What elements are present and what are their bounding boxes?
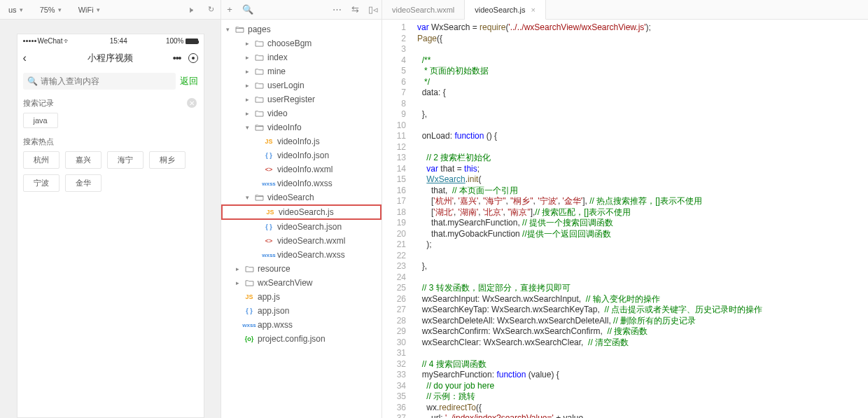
js-icon: JS xyxy=(244,293,255,300)
simulator-toolbar: us ▾ 75% ▾ WiFi ▾ 🕨 ↻ xyxy=(0,0,220,20)
editor-tab[interactable]: videoSearch.wxml xyxy=(382,0,465,20)
tree-item[interactable]: { }videoSearch.json xyxy=(221,220,382,234)
zoom-dropdown[interactable]: 75% ▾ xyxy=(34,4,67,15)
folder-open-icon xyxy=(253,194,265,201)
tree-item[interactable]: ▸resource xyxy=(221,262,382,276)
folder-icon xyxy=(253,82,265,89)
tree-item[interactable]: ▸mine xyxy=(221,64,382,78)
tree-search-icon[interactable]: 🔍 xyxy=(242,4,253,15)
hot-tag[interactable]: 桐乡 xyxy=(149,151,186,169)
editor-tabs: videoSearch.wxmlvideoSearch.js× xyxy=(382,0,868,20)
close-icon[interactable]: × xyxy=(531,6,535,14)
tree-item[interactable]: ▸video xyxy=(221,106,382,120)
tree-item[interactable]: wxssapp.wxss xyxy=(221,318,382,332)
hot-tag[interactable]: 海宁 xyxy=(107,151,144,169)
folder-icon xyxy=(244,279,255,286)
settings-icon[interactable]: ⇆ xyxy=(349,4,360,15)
hot-tag[interactable]: 杭州 xyxy=(23,151,59,169)
return-button[interactable]: 返回 xyxy=(180,75,198,88)
json-icon: { } xyxy=(244,307,255,314)
tree-toolbar: + 🔍 ⋯ ⇆ ▯◃ xyxy=(221,0,382,20)
tree-item[interactable]: ▾videoInfo xyxy=(221,120,382,134)
rotate-icon[interactable]: ↻ xyxy=(204,5,218,14)
mute-icon[interactable]: 🕨 xyxy=(184,6,198,14)
editor-panel: videoSearch.wxmlvideoSearch.js× 12345678… xyxy=(382,0,868,418)
wxml-icon: <> xyxy=(263,237,274,244)
hot-tag[interactable]: 嘉兴 xyxy=(65,151,102,169)
history-title: 搜索记录 xyxy=(23,98,198,109)
tree-item[interactable]: JSapp.js xyxy=(221,290,382,304)
status-bar: WeChat ᯤ 15:44 100% xyxy=(18,34,204,48)
tree-item[interactable]: ▸chooseBgm xyxy=(221,36,382,50)
tree-item[interactable]: <>videoInfo.wxml xyxy=(221,162,382,176)
wifi-icon: ᯤ xyxy=(64,37,71,45)
tree-item[interactable]: {o}project.config.json xyxy=(221,332,382,346)
carrier-label: WeChat xyxy=(38,37,63,45)
folder-icon xyxy=(253,68,265,75)
folder-icon xyxy=(244,265,255,272)
json-icon: {o} xyxy=(244,335,255,342)
wxml-icon: <> xyxy=(263,166,274,173)
battery-icon xyxy=(186,39,198,44)
signal-icon xyxy=(23,40,36,42)
js-icon: JS xyxy=(263,138,274,145)
folder-open-icon xyxy=(234,26,245,33)
code-content[interactable]: var WxSearch = require('../../wxSearchVi… xyxy=(412,20,868,418)
us-dropdown[interactable]: us ▾ xyxy=(3,4,29,15)
simulator-panel: us ▾ 75% ▾ WiFi ▾ 🕨 ↻ WeChat ᯤ 15:44 100… xyxy=(0,0,221,418)
search-icon: 🔍 xyxy=(27,76,38,86)
wxss-icon: wxss xyxy=(263,181,274,187)
folder-icon xyxy=(253,40,265,47)
hot-title: 搜索热点 xyxy=(23,137,198,147)
folder-icon xyxy=(253,54,265,61)
tree-item[interactable]: ▸userRegister xyxy=(221,92,382,106)
folder-icon xyxy=(253,110,265,117)
page-title: 小程序视频 xyxy=(18,52,204,64)
folder-open-icon xyxy=(253,124,265,131)
hot-tag[interactable]: 金华 xyxy=(65,174,102,192)
tree-folder-pages[interactable]: ▾ pages xyxy=(221,22,382,36)
tree-item[interactable]: <>videoSearch.wxml xyxy=(221,234,382,248)
wxss-icon: wxss xyxy=(244,322,255,328)
nav-bar: ‹ 小程序视频 ••• xyxy=(18,48,204,69)
tree-item[interactable]: JSvideoSearch.js xyxy=(221,204,382,220)
phone-frame: WeChat ᯤ 15:44 100% ‹ 小程序视频 ••• xyxy=(17,34,204,418)
battery-label: 100% xyxy=(166,37,184,45)
file-tree-panel: + 🔍 ⋯ ⇆ ▯◃ ▾ pages ▸chooseBgm▸index▸mine… xyxy=(221,0,382,418)
time-label: 15:44 xyxy=(110,37,127,45)
collapse-icon[interactable]: ▯◃ xyxy=(368,4,379,15)
json-icon: { } xyxy=(263,223,274,230)
history-tag[interactable]: java xyxy=(23,113,58,128)
tree-item[interactable]: ▸wxSearchView xyxy=(221,276,382,290)
tree-item[interactable]: ▸index xyxy=(221,50,382,64)
hot-tag[interactable]: 宁波 xyxy=(23,174,59,192)
json-icon: { } xyxy=(263,152,274,159)
tree-item[interactable]: wxssvideoInfo.wxss xyxy=(221,176,382,190)
code-area[interactable]: 1234567891011121314151617181920212223242… xyxy=(382,20,868,418)
search-box[interactable]: 🔍 xyxy=(23,73,176,90)
search-input[interactable] xyxy=(41,76,172,86)
js-icon: JS xyxy=(265,209,276,216)
tree-item[interactable]: { }app.json xyxy=(221,304,382,318)
editor-tab[interactable]: videoSearch.js× xyxy=(465,0,546,20)
clear-history-icon[interactable]: ✕ xyxy=(187,98,197,108)
tree-item[interactable]: ▾videoSearch xyxy=(221,190,382,204)
folder-icon xyxy=(253,96,265,103)
line-gutter: 1234567891011121314151617181920212223242… xyxy=(382,20,412,418)
tree-item[interactable]: JSvideoInfo.js xyxy=(221,134,382,148)
more-icon[interactable]: ⋯ xyxy=(331,4,342,15)
tree-item[interactable]: wxssvideoSearch.wxss xyxy=(221,248,382,262)
tree-item[interactable]: { }videoInfo.json xyxy=(221,148,382,162)
wxss-icon: wxss xyxy=(263,252,274,258)
network-dropdown[interactable]: WiFi ▾ xyxy=(73,4,106,15)
add-file-icon[interactable]: + xyxy=(224,4,235,15)
tree-item[interactable]: ▸userLogin xyxy=(221,78,382,92)
